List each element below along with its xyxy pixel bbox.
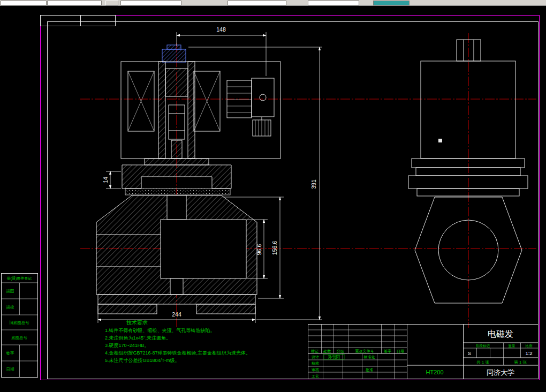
tb-header-weight: 重量 [509,344,516,348]
margin-row-2: 描图 [6,289,14,293]
tb-role-review: 审核 [312,368,319,372]
margin-row-5: 底图总号 [11,335,28,340]
tb-designer-name: 孙朝阳 [328,355,340,359]
linetype-combo[interactable] [308,1,359,5]
margin-table: 借(通)用件登记 描图 描校 旧底图总号 底图总号 签字 日期 [2,274,38,378]
margin-row-7: 日期 [6,367,14,372]
dim-244: 244 [172,311,181,318]
tb-header-zone: 分区 [336,349,344,353]
tb-scale-value: 1:2 [525,350,532,356]
style-combo[interactable] [47,1,102,5]
tb-header-sign: 签字 [384,349,391,353]
margin-row-4: 旧底图总号 [9,320,29,325]
tech-note-4: 4.金相组织按GB7216-87球墨铸铁金相检验,主要金相组织为珠光体。 [105,350,251,356]
dim-391: 391 [310,179,317,189]
tech-note-2: 2.未注倒角为1x45°,未注圆角。 [105,335,171,341]
toolbar-button[interactable] [105,1,118,5]
margin-row-1: 借(通)用件登记 [7,276,32,281]
tb-header-stage: 阶段标记 [476,344,490,348]
connector [227,78,274,136]
tech-note-1: 1.铸件不得有砂眼、缩松、夹渣、气孔等铸造缺陷。 [105,328,215,333]
coil-right [194,71,220,131]
tb-header-date: 日期 [397,349,404,353]
tb-role-check: 校核 [311,361,319,366]
tb-company: 同济大学 [487,368,514,376]
tb-material: HT200 [426,369,443,375]
dim-96-6: 96.6 [256,244,262,255]
coil-left [128,71,154,131]
tb-header-count: 处数 [323,349,331,353]
tb-sheets-total: 共 1 张 [476,360,489,365]
top-toolbar [0,0,546,6]
tb-header-mark: 标记 [310,349,318,353]
layer-combo[interactable] [120,1,181,5]
tb-role-design: 设计 [312,355,319,359]
drawing-canvas[interactable]: 148 391 14 96.6 156.6 244 技术要求 1.铸件不得有砂眼… [0,0,546,392]
margin-row-6: 签字 [6,351,15,356]
tech-title: 技术要求 [126,320,148,326]
sheet-frame [41,16,540,380]
tb-header-change-doc: 更改文件号 [355,349,374,353]
tech-note-5: 5.未注尺寸公差按GB1804/T-m级。 [105,358,180,363]
tb-sheets-page: 第 1 张 [514,360,527,365]
title-block: 标记 处数 分区 更改文件号 签字 日期 设计 孙朝阳 标准化 校核 审核 批准… [308,325,539,379]
color-swatch-combo[interactable] [373,1,410,5]
tb-role-standard: 标准化 [363,355,375,359]
margin-row-3: 描校 [6,305,15,310]
technical-requirements: 技术要求 1.铸件不得有砂眼、缩松、夹渣、气孔等铸造缺陷。 2.未注倒角为1x4… [105,320,251,363]
tb-role-process: 工艺 [312,374,319,378]
tb-stage-mark: S [468,351,471,356]
color-combo[interactable] [228,1,286,5]
tech-note-3: 3.硬度170~241HB。 [105,343,149,348]
tb-part-title: 电磁发 [488,329,513,338]
tb-role-approve: 批准 [366,368,373,372]
section-view [96,45,280,314]
command-field[interactable] [1,1,47,5]
dim-14: 14 [102,177,109,183]
dim-148: 148 [216,26,226,33]
tb-header-scale: 比例 [526,344,533,348]
cad-application: { "dimensions": { "d148": "148", "d391":… [0,0,546,392]
dim-156-6: 156.6 [271,241,278,255]
